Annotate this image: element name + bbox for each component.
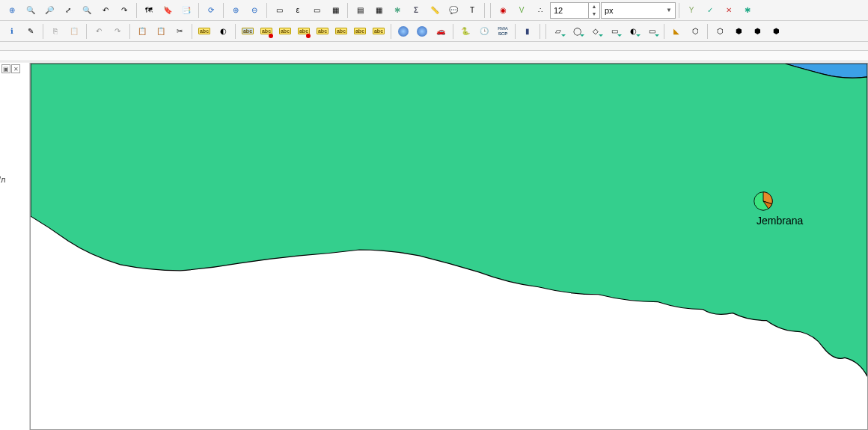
edit-toggle-icon[interactable]: ✎ — [22, 22, 40, 40]
toolbar-row-1: ⊕ 🔍 🔎 ⤢ 🔍 ↶ ↷ 🗺 🔖 📑 ⟳ ⊕ ⊖ ▭ ε ▭ ▦ ▤ ▦ ✱ … — [0, 0, 868, 21]
feature-label-jembrana: Jembrana — [757, 215, 803, 227]
label-change-icon[interactable]: abc — [351, 22, 369, 40]
blank-strip — [0, 42, 868, 51]
redo-edit-icon[interactable]: ✱ — [739, 1, 757, 19]
measure-icon[interactable]: 📏 — [426, 1, 444, 19]
separator — [136, 3, 137, 18]
separator — [86, 24, 87, 39]
unit-value: px — [605, 6, 614, 15]
select-all-icon[interactable]: ▦ — [326, 1, 344, 19]
geom-tool-2-icon[interactable]: ◯ — [568, 22, 586, 40]
select-features-icon[interactable]: ▭ — [270, 1, 288, 19]
separator — [347, 3, 348, 18]
deselect-icon[interactable]: ▭ — [308, 1, 326, 19]
zoom-window-icon[interactable]: 🔍 — [22, 1, 40, 19]
osm-icon[interactable]: 🚗 — [432, 22, 450, 40]
geom-tool-3-icon[interactable]: ◇ — [587, 22, 605, 40]
python-icon[interactable]: 🐍 — [456, 22, 474, 40]
undo-icon[interactable]: ↶ — [90, 22, 108, 40]
chevron-down-icon: ▼ — [666, 7, 672, 13]
virtual-layer-icon[interactable]: V — [513, 1, 531, 19]
accept-icon[interactable]: ✓ — [701, 1, 719, 19]
unit-combo[interactable]: px ▼ — [601, 2, 676, 19]
refresh-icon[interactable]: ⟳ — [202, 1, 220, 19]
field-calculator-icon[interactable]: ▦ — [370, 1, 388, 19]
spinner-up-icon[interactable]: ▲ — [589, 3, 599, 10]
pie-diagram — [753, 191, 774, 212]
geom-tool-1-icon[interactable]: ▱ — [549, 22, 567, 40]
web-globe-2-icon[interactable] — [413, 22, 431, 40]
label-highlight-icon[interactable]: abc — [257, 22, 275, 40]
separator — [484, 3, 485, 18]
attribute-table-icon[interactable]: ▤ — [351, 1, 369, 19]
separator — [129, 24, 130, 39]
diagram-icon[interactable]: ◐ — [214, 22, 232, 40]
new-map-icon[interactable]: 🗺 — [140, 1, 158, 19]
copy-icon[interactable]: ⎘ — [46, 22, 64, 40]
label-props-icon[interactable]: abc — [370, 22, 388, 40]
redo-icon[interactable]: ↷ — [109, 22, 126, 40]
map-canvas[interactable]: Jembrana — [30, 63, 868, 430]
label-icon[interactable]: abc — [195, 22, 213, 40]
clipboard-cut-icon[interactable]: ✂ — [171, 22, 189, 40]
zoom-out-tool-icon[interactable]: ⊖ — [245, 1, 263, 19]
separator — [664, 24, 664, 39]
advanced-digitize-2-icon[interactable]: ⬡ — [711, 22, 729, 40]
panel-controls: ▣ ✕ — [1, 64, 20, 73]
label-show-hide-icon[interactable]: abc — [295, 22, 313, 40]
new-bookmark-icon[interactable]: 🔖 — [159, 1, 177, 19]
ruler-triangle-icon[interactable]: ◣ — [667, 22, 685, 40]
main-area: ▣ ✕ /л Jembrana — [0, 63, 868, 430]
separator — [235, 24, 236, 39]
statistics-icon[interactable]: Σ — [407, 1, 425, 19]
geom-tool-6-icon[interactable]: ▭ — [643, 22, 661, 40]
label-rotate-icon[interactable]: abc — [332, 22, 350, 40]
map-svg — [31, 64, 867, 429]
plugin-red-icon[interactable]: ◉ — [494, 1, 512, 19]
zoom-full-icon[interactable]: ⤢ — [59, 1, 77, 19]
time-icon[interactable]: 🕒 — [475, 22, 493, 40]
clipboard-paste-icon[interactable]: 📋 — [152, 22, 170, 40]
advanced-digitize-1-icon[interactable]: ⬡ — [686, 22, 704, 40]
zoom-in-tool-icon[interactable]: ⊕ — [227, 1, 245, 19]
zoom-layer-icon[interactable]: 🔍 — [78, 1, 96, 19]
rwa-scp-icon[interactable]: RWASCP — [494, 22, 512, 40]
paste-icon[interactable]: 📋 — [65, 22, 83, 40]
clipboard-icon[interactable]: 📋 — [133, 22, 151, 40]
identify-icon[interactable]: ℹ — [3, 22, 21, 40]
geom-tool-4-icon[interactable]: ▭ — [605, 22, 623, 40]
separator — [540, 24, 540, 39]
annotation-icon[interactable]: T — [463, 1, 481, 19]
spinner-down-icon[interactable]: ▼ — [589, 10, 599, 18]
advanced-digitize-5-icon[interactable]: ⬢ — [767, 22, 785, 40]
label-move-icon[interactable]: abc — [314, 22, 331, 40]
panel-undock-icon[interactable]: ▣ — [1, 64, 10, 73]
help-book-icon[interactable]: ▮ — [519, 22, 537, 40]
dots-icon[interactable]: ∴ — [531, 1, 549, 19]
select-by-expression-icon[interactable]: ε — [289, 1, 307, 19]
panel-close-icon[interactable]: ✕ — [11, 64, 20, 73]
font-size-input[interactable] — [551, 6, 588, 15]
advanced-digitize-3-icon[interactable]: ⬢ — [730, 22, 748, 40]
separator — [192, 24, 192, 39]
label-pin-icon[interactable]: abc — [276, 22, 294, 40]
advanced-digitize-4-icon[interactable]: ⬢ — [748, 22, 766, 40]
zoom-last-icon[interactable]: ↶ — [97, 1, 114, 19]
label-layer-icon[interactable]: abc — [239, 22, 257, 40]
zoom-next-icon[interactable]: ↷ — [115, 1, 133, 19]
processing-icon[interactable]: ✱ — [388, 1, 406, 19]
map-tips-icon[interactable]: 💬 — [444, 1, 462, 19]
vertex-tool-icon[interactable]: Y — [682, 1, 700, 19]
show-bookmarks-icon[interactable]: 📑 — [177, 1, 195, 19]
toolbar-row-2: ℹ ✎ ⎘ 📋 ↶ ↷ 📋 📋 ✂ abc ◐ abc abc abc abc … — [0, 21, 868, 42]
side-panel: ▣ ✕ /л — [0, 63, 30, 430]
web-globe-icon[interactable] — [394, 22, 412, 40]
geom-tool-5-icon[interactable]: ◐ — [624, 22, 642, 40]
separator — [391, 24, 391, 39]
separator — [515, 24, 516, 39]
zoom-in-icon[interactable]: ⊕ — [3, 1, 21, 19]
cancel-icon[interactable]: ✕ — [720, 1, 738, 19]
font-size-spinner[interactable]: ▲ ▼ — [550, 2, 600, 19]
zoom-out-icon[interactable]: 🔎 — [40, 1, 58, 19]
separator — [223, 3, 224, 18]
